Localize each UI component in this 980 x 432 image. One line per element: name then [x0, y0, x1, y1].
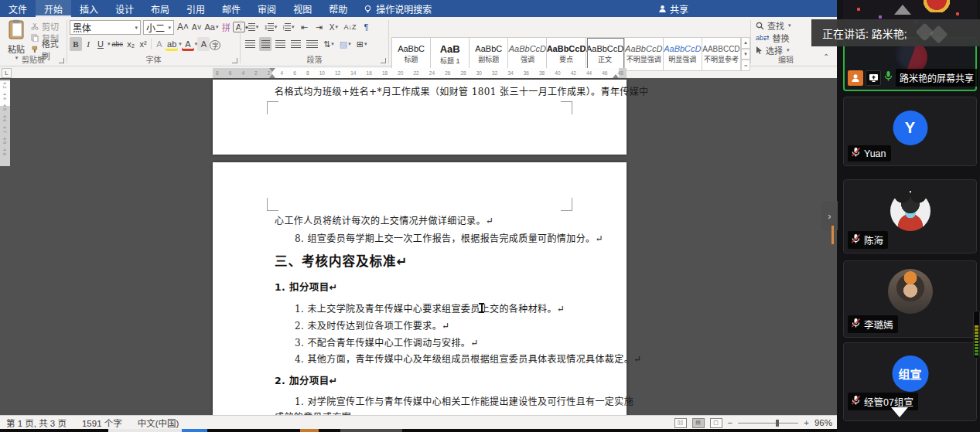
- enclose-character-button[interactable]: 字: [210, 40, 220, 50]
- web-layout-button[interactable]: ▢: [710, 418, 722, 428]
- underline-button[interactable]: U: [94, 37, 107, 51]
- font-color-button[interactable]: A: [182, 37, 194, 51]
- document-page-2[interactable]: 心工作人员将统计每次的上交情况并做详细记录。↵ 8. 组宣委员每学期上交一次工作…: [213, 162, 627, 429]
- zoom-level[interactable]: 96%: [814, 418, 832, 427]
- tab-help[interactable]: 帮助: [320, 0, 356, 17]
- show-marks-button[interactable]: ¶: [360, 20, 372, 34]
- grow-font-button[interactable]: A˄: [176, 20, 190, 34]
- increase-indent-button[interactable]: ⇥: [312, 20, 325, 34]
- highlight-button[interactable]: ab: [166, 37, 178, 51]
- style-item-title[interactable]: AaBbC标题: [391, 37, 431, 71]
- collapse-ribbon-button[interactable]: ⌃: [823, 53, 829, 61]
- read-mode-button[interactable]: ▯▯: [674, 418, 687, 428]
- tab-mailings[interactable]: 邮件: [213, 0, 249, 17]
- right-indent-marker[interactable]: [613, 74, 619, 78]
- scroll-down-arrow[interactable]: [891, 407, 908, 417]
- shrink-font-button[interactable]: A˅: [190, 20, 203, 34]
- share-button[interactable]: 共享: [658, 0, 688, 17]
- find-button[interactable]: 查找▾: [756, 20, 791, 31]
- style-item-emphasis[interactable]: AaBbCcD强调: [508, 37, 547, 71]
- horizontal-ruler[interactable]: 8642246810121416182022242628303234363840…: [213, 68, 627, 78]
- tab-stop-selector[interactable]: L: [2, 68, 12, 78]
- tab-design[interactable]: 设计: [107, 0, 142, 17]
- style-item-subtle-reference[interactable]: AABBCCD不明显参考: [702, 37, 741, 71]
- first-line-indent-marker[interactable]: [269, 68, 275, 72]
- scroll-up-arrow[interactable]: [894, 5, 911, 15]
- zoom-out-button[interactable]: −: [728, 418, 733, 427]
- word-count[interactable]: 1591 个字: [82, 417, 122, 429]
- zoom-slider-thumb[interactable]: [776, 420, 779, 427]
- print-layout-button[interactable]: ▤: [692, 418, 705, 428]
- replace-button[interactable]: ab⇄ 替换: [756, 32, 790, 43]
- zoom-in-button[interactable]: +: [804, 418, 809, 427]
- distribute-button[interactable]: [305, 37, 319, 51]
- styles-scroll-up[interactable]: ▲: [741, 37, 750, 49]
- font-dialog-launcher[interactable]: [232, 58, 237, 63]
- shading-button[interactable]: ▨▾: [338, 37, 353, 51]
- panel-collapse-chevron[interactable]: ›: [821, 201, 838, 230]
- multilevel-list-button[interactable]: ⁝▾: [281, 20, 295, 34]
- subscript-button[interactable]: x₂: [125, 37, 137, 51]
- doc-line: 3. 不配合青年传媒中心工作调动与安排。↵: [295, 335, 479, 349]
- align-right-button[interactable]: [274, 37, 287, 51]
- styles-scroll-down[interactable]: ▼: [741, 49, 750, 60]
- tab-insert[interactable]: 插入: [71, 0, 107, 17]
- participant-name: Yuan: [864, 148, 886, 159]
- style-item-strong[interactable]: AaBbCcD要点: [547, 37, 586, 71]
- numbering-button[interactable]: 1▾: [262, 20, 278, 34]
- tell-me-search[interactable]: 操作说明搜索: [356, 0, 439, 17]
- tab-home[interactable]: 开始: [36, 0, 71, 17]
- tab-view[interactable]: 视图: [285, 0, 320, 17]
- borders-button[interactable]: ⊞▾: [355, 37, 369, 51]
- vertical-ruler[interactable]: 42 44 45 46 47 48 49: [0, 80, 10, 166]
- participant-tile-jingguan07[interactable]: 组宣 经管07组宣: [843, 342, 977, 421]
- font-group: 黑体▾ 小二▾ A˄ A˅ Aa▾ 拼 A B I U▾ abc x₂ x² A…: [67, 17, 240, 66]
- text-effects-button[interactable]: A: [153, 37, 166, 51]
- superscript-button[interactable]: x²: [137, 37, 149, 51]
- doc-line: 2. 未及时传达到位各项工作要求。↵: [295, 318, 450, 332]
- asian-layout-button[interactable]: X▾: [327, 20, 340, 34]
- zoom-slider[interactable]: [738, 423, 798, 423]
- style-item-subtle-emphasis[interactable]: AaBbCcD不明显强调: [625, 37, 664, 71]
- style-item-normal[interactable]: AaBbCcD正文: [586, 37, 625, 71]
- align-center-button[interactable]: [259, 37, 271, 51]
- sort-button[interactable]: A↓Z: [342, 20, 357, 34]
- style-item-subtitle[interactable]: AaBbC副标题: [470, 37, 508, 71]
- italic-button[interactable]: I: [82, 37, 94, 51]
- participant-tile-liluyan[interactable]: 李璐嫣: [843, 260, 977, 338]
- font-name-select[interactable]: 黑体▾: [70, 20, 141, 35]
- align-left-button[interactable]: [244, 37, 257, 51]
- taskbar-sliver: [300, 429, 319, 432]
- style-item-intense-emphasis[interactable]: AaBbCcD明显强调: [664, 37, 702, 71]
- font-size-select[interactable]: 小二▾: [143, 20, 174, 35]
- tab-review[interactable]: 审阅: [249, 0, 285, 17]
- scrollbar-thumb[interactable]: [831, 226, 834, 244]
- tab-layout[interactable]: 布局: [142, 0, 178, 17]
- styles-more-button[interactable]: ≂: [741, 60, 750, 71]
- document-page-1[interactable]: 名格式均为班级+姓名+*月工作成果（如财管 1801 张三十一月工作成果）。青年…: [213, 80, 627, 155]
- paragraph-dialog-launcher[interactable]: [381, 58, 386, 63]
- line-spacing-button[interactable]: ⇅▾: [322, 37, 336, 51]
- format-painter-icon: [31, 46, 39, 53]
- change-case-button[interactable]: Aa▾: [203, 20, 220, 34]
- bold-button[interactable]: B: [70, 37, 82, 51]
- style-item-heading1[interactable]: AaB标题 1: [431, 37, 470, 71]
- strikethrough-button[interactable]: abc: [111, 37, 125, 51]
- phonetic-guide-button[interactable]: 拼: [220, 20, 233, 34]
- language-indicator[interactable]: 中文(中国): [138, 417, 179, 429]
- decrease-indent-button[interactable]: ⇤: [298, 20, 310, 34]
- copy-icon: [31, 34, 39, 42]
- tab-file[interactable]: 文件: [0, 0, 36, 17]
- cut-button[interactable]: 剪切: [31, 21, 67, 32]
- bullets-button[interactable]: •▾: [244, 20, 260, 34]
- hanging-indent-marker[interactable]: [269, 74, 275, 78]
- clipboard-dialog-launcher[interactable]: [59, 58, 64, 63]
- participant-tile-yuan[interactable]: Y Yuan: [843, 97, 977, 166]
- participant-tile-chenhai[interactable]: 陈海: [843, 179, 977, 253]
- page-indicator[interactable]: 第 1 页, 共 3 页: [6, 417, 67, 429]
- justify-button[interactable]: [289, 37, 302, 51]
- tab-references[interactable]: 引用: [178, 0, 213, 17]
- mic-muted-icon: [851, 395, 861, 408]
- character-shading-button[interactable]: A: [197, 37, 210, 51]
- doc-subheading: 1. 扣分项目↵: [275, 279, 337, 294]
